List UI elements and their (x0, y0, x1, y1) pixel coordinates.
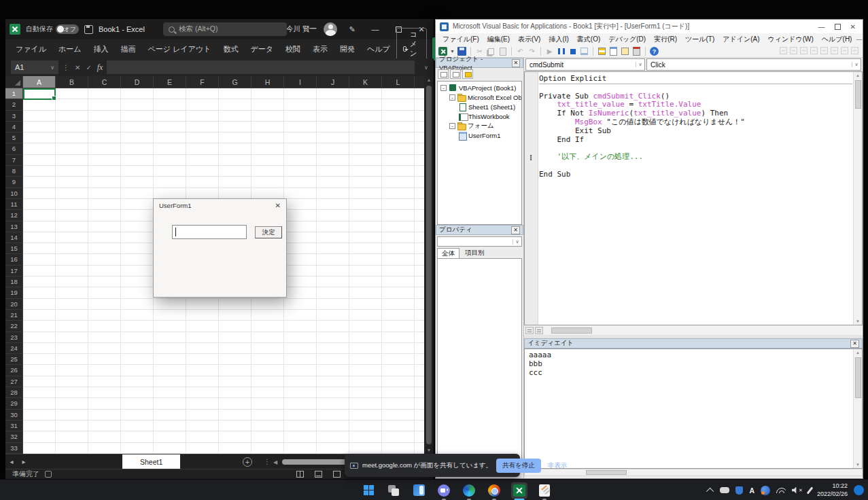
tree-expander-icon[interactable]: - (449, 123, 455, 129)
row-header-2[interactable]: 2 (5, 99, 23, 110)
project-explorer-icon[interactable] (597, 47, 606, 56)
properties-close-icon[interactable]: ✕ (511, 226, 520, 234)
notification-badge[interactable] (854, 485, 864, 495)
row-header-26[interactable]: 26 (5, 365, 23, 376)
row-header-30[interactable]: 30 (5, 410, 23, 421)
vba-close-button[interactable]: ✕ (850, 23, 856, 31)
object-browser-icon[interactable] (621, 47, 629, 56)
column-header-E[interactable]: E (154, 76, 186, 88)
ribbon-tab-7[interactable]: 校閲 (279, 39, 307, 58)
userform-submit-button[interactable]: 決定 (255, 226, 282, 238)
row-header-20[interactable]: 20 (5, 299, 23, 310)
project-explorer-close-icon[interactable]: ✕ (512, 59, 520, 67)
page-break-view-icon[interactable] (333, 471, 341, 478)
tray-app-icon-3[interactable] (761, 486, 770, 495)
row-header-9[interactable]: 9 (5, 177, 23, 188)
row-header-27[interactable]: 27 (5, 376, 23, 387)
row-header-23[interactable]: 23 (5, 332, 23, 343)
row-header-15[interactable]: 15 (5, 243, 23, 254)
code-scroll-thumb[interactable] (855, 80, 861, 109)
row-header-14[interactable]: 14 (5, 232, 23, 243)
formula-input[interactable] (107, 60, 415, 74)
row-header-17[interactable]: 17 (5, 266, 23, 276)
row-header-7[interactable]: 7 (5, 155, 23, 166)
row-header-16[interactable]: 16 (5, 254, 23, 265)
vba-menu-5[interactable]: デバッグ(D) (604, 35, 650, 44)
sheet-tab-sheet1[interactable]: Sheet1 (122, 454, 180, 469)
vba-menu-2[interactable]: 表示(V) (514, 35, 544, 44)
userform-titlebar[interactable]: UserForm1 ✕ (154, 199, 286, 211)
vba-menu-8[interactable]: アドイン(A) (718, 35, 763, 44)
volume-muted-icon[interactable]: ✕ (792, 487, 803, 494)
vba-menu-6[interactable]: 実行(R) (650, 35, 681, 44)
view-code-icon[interactable] (438, 69, 449, 79)
column-header-C[interactable]: C (88, 76, 121, 88)
immediate-hscroll-thumb[interactable] (586, 470, 627, 475)
tree-node[interactable]: -VBAProject (Book1) (438, 83, 521, 92)
immediate-horizontal-scrollbar[interactable] (524, 469, 863, 476)
column-header-D[interactable]: D (121, 76, 154, 88)
full-module-view-icon[interactable] (535, 327, 543, 334)
column-header-K[interactable]: K (349, 76, 382, 88)
procedure-view-icon[interactable] (525, 327, 534, 334)
tree-node[interactable]: -フォーム (438, 121, 521, 130)
taskbar-widgets-icon[interactable] (411, 482, 427, 499)
reset-icon[interactable] (568, 47, 577, 56)
insert-function-icon[interactable]: fx (97, 62, 103, 73)
immediate-close-icon[interactable]: ✕ (850, 340, 859, 348)
taskbar-start-icon[interactable] (360, 482, 377, 499)
immediate-scroll-up-icon[interactable]: ▲ (854, 349, 862, 355)
immediate-scroll-down-icon[interactable]: ▼ (854, 461, 862, 467)
ribbon-tab-9[interactable]: 開発 (334, 39, 361, 58)
pen-icon[interactable] (807, 486, 814, 494)
mdi-minimize-icon[interactable]: — (856, 36, 862, 43)
ribbon-tab-4[interactable]: ページ レイアウト (142, 39, 218, 58)
immediate-scroll-thumb[interactable] (855, 357, 861, 398)
selected-cell-a1[interactable] (23, 88, 56, 100)
taskbar-task-view-icon[interactable] (385, 482, 402, 499)
properties-object-combo[interactable]: ∨ (437, 236, 522, 247)
vertical-scroll-thumb[interactable] (426, 86, 432, 444)
event-dropdown[interactable]: Click ∨ (646, 58, 861, 71)
ribbon-tab-3[interactable]: 描画 (115, 39, 142, 58)
normal-view-icon[interactable] (296, 471, 304, 478)
ribbon-tab-2[interactable]: 挿入 (88, 39, 115, 58)
column-header-G[interactable]: G (219, 76, 251, 88)
prev-sheet-icon[interactable]: ◂ (5, 458, 18, 465)
redo-icon[interactable]: ↷ (527, 47, 536, 56)
save-icon[interactable] (84, 25, 93, 34)
accessibility-icon[interactable] (45, 471, 52, 478)
vba-menu-7[interactable]: ツール(T) (681, 35, 718, 44)
vba-menu-1[interactable]: 編集(E) (483, 35, 514, 44)
taskbar-notepad-icon[interactable] (536, 482, 553, 499)
run-icon[interactable]: ▶ (545, 47, 554, 56)
vba-maximize-button[interactable] (835, 24, 841, 30)
vba-menu-3[interactable]: 挿入(I) (544, 35, 572, 44)
code-scroll-up-icon[interactable]: ▲ (854, 72, 862, 77)
vba-minimize-button[interactable]: — (818, 23, 825, 31)
code-window[interactable]: Option ExplicitPrivate Sub cmdSubmit_Cli… (524, 71, 863, 325)
row-header-1[interactable]: 1 (5, 88, 23, 99)
tree-node[interactable]: UserForm1 (438, 130, 521, 140)
next-sheet-icon[interactable]: ▸ (18, 458, 30, 465)
select-all-corner[interactable] (5, 76, 23, 88)
break-icon[interactable] (557, 47, 566, 56)
code-scroll-down-icon[interactable]: ▼ (854, 318, 862, 323)
page-layout-view-icon[interactable] (315, 471, 322, 478)
object-dropdown[interactable]: cmdSubmit ∨ (525, 58, 645, 71)
tray-app-icon-2[interactable] (735, 486, 743, 495)
wifi-icon[interactable] (776, 488, 786, 493)
properties-panel-header[interactable]: プロパティ ✕ (436, 225, 523, 235)
autosave-toggle[interactable]: オフ (56, 24, 79, 34)
column-header-L[interactable]: L (382, 76, 415, 88)
taskbar-edge-icon[interactable] (461, 482, 477, 499)
project-explorer-header[interactable]: プロジェクト - VBAProject ✕ (436, 58, 523, 68)
column-header-B[interactable]: B (56, 76, 88, 88)
ribbon-tab-0[interactable]: ファイル (10, 39, 52, 58)
row-header-10[interactable]: 10 (5, 188, 23, 199)
search-box[interactable]: 検索 (Alt+Q) (163, 22, 287, 36)
row-header-12[interactable]: 12 (5, 210, 23, 221)
ribbon-tab-1[interactable]: ホーム (52, 39, 88, 58)
column-header-M[interactable]: M (415, 76, 424, 88)
row-header-11[interactable]: 11 (5, 199, 23, 210)
